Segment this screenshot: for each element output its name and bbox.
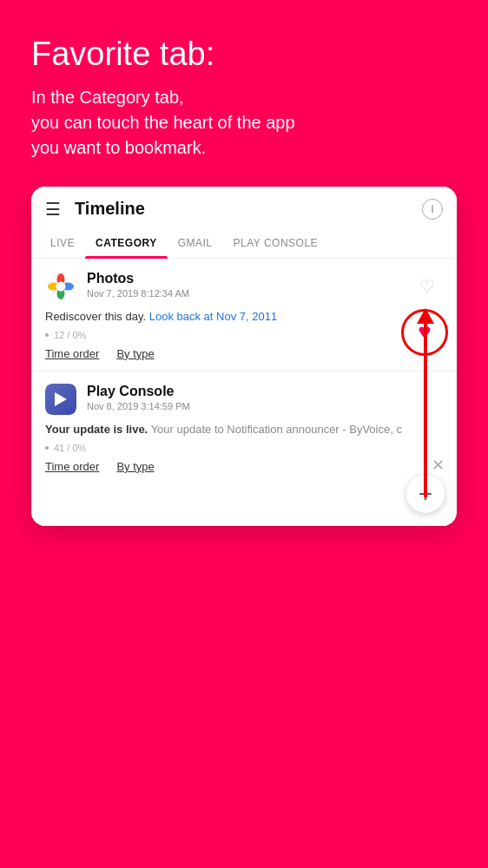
play-console-icon-bg <box>45 384 76 415</box>
photos-item-date: Nov 7, 2019 8:12:34 AM <box>87 288 412 299</box>
photos-message: Rediscover this day. Look back at Nov 7,… <box>45 309 443 325</box>
photos-time-order-link[interactable]: Time order <box>45 347 99 360</box>
header-section: Favorite tab: In the Category tab,you ca… <box>0 0 488 187</box>
stats-dot-2 <box>45 446 49 450</box>
play-console-stats-value: 41 / 0% <box>54 443 86 453</box>
tab-gmail[interactable]: GMAIL <box>168 228 223 258</box>
header-subtitle: In the Category tab,you can touch the he… <box>31 85 457 161</box>
photos-stats-value: 12 / 0% <box>54 330 86 340</box>
phone-card: ☰ Timeline i LIVE CATEGORY GMAIL PLAY CO… <box>31 187 457 526</box>
photos-item-info: Photos Nov 7, 2019 8:12:34 AM <box>87 271 412 299</box>
play-console-message-secondary: Your update to Notification announcer - … <box>151 423 402 436</box>
heart-outline-icon: ♡ <box>419 276 435 297</box>
tabs-bar: LIVE CATEGORY GMAIL PLAY CONSOLE <box>31 228 457 259</box>
photos-app-icon <box>45 271 76 302</box>
play-console-item-info: Play Console Nov 8, 2019 3:14:59 PM <box>87 384 443 411</box>
tab-live[interactable]: LIVE <box>40 228 85 258</box>
play-console-app-icon <box>45 384 76 415</box>
arrow-annotation <box>417 308 434 497</box>
app-title: Timeline <box>75 199 422 219</box>
play-console-by-type-link[interactable]: By type <box>116 460 154 473</box>
play-console-actions: Time order By type <box>45 460 443 473</box>
play-console-time-order-link[interactable]: Time order <box>45 460 99 473</box>
photos-link: Look back at Nov 7, 2011 <box>149 310 277 323</box>
card-item-play-console: Play Console Nov 8, 2019 3:14:59 PM ♥ Yo… <box>31 372 457 526</box>
info-icon[interactable]: i <box>422 199 443 220</box>
info-icon-label: i <box>431 202 434 215</box>
hamburger-icon[interactable]: ☰ <box>45 199 61 220</box>
arrow-line <box>424 324 427 497</box>
arrow-head <box>417 308 434 324</box>
photos-heart-button[interactable]: ♡ <box>412 271 443 302</box>
play-console-item-header: Play Console Nov 8, 2019 3:14:59 PM ♥ <box>45 384 443 415</box>
tab-play-console[interactable]: PLAY CONSOLE <box>223 228 329 258</box>
card-item-photos: Photos Nov 7, 2019 8:12:34 AM ♡ Rediscov… <box>31 259 457 372</box>
photos-item-header: Photos Nov 7, 2019 8:12:34 AM ♡ <box>45 271 443 302</box>
svg-point-5 <box>56 281 66 291</box>
stats-dot <box>45 333 49 337</box>
header-title: Favorite tab: <box>31 35 457 75</box>
photos-actions: Time order By type <box>45 347 443 360</box>
top-bar: ☰ Timeline i <box>31 187 457 228</box>
photos-item-name: Photos <box>87 271 412 286</box>
play-console-item-date: Nov 8, 2019 3:14:59 PM <box>87 401 443 411</box>
photos-by-type-link[interactable]: By type <box>116 347 154 360</box>
play-console-message: Your update is live. Your update to Noti… <box>45 422 443 437</box>
play-console-item-name: Play Console <box>87 384 443 399</box>
tab-category[interactable]: CATEGORY <box>85 228 168 258</box>
svg-marker-6 <box>55 392 67 406</box>
play-console-stats: 41 / 0% <box>45 443 443 453</box>
photos-stats: 12 / 0% <box>45 330 443 340</box>
